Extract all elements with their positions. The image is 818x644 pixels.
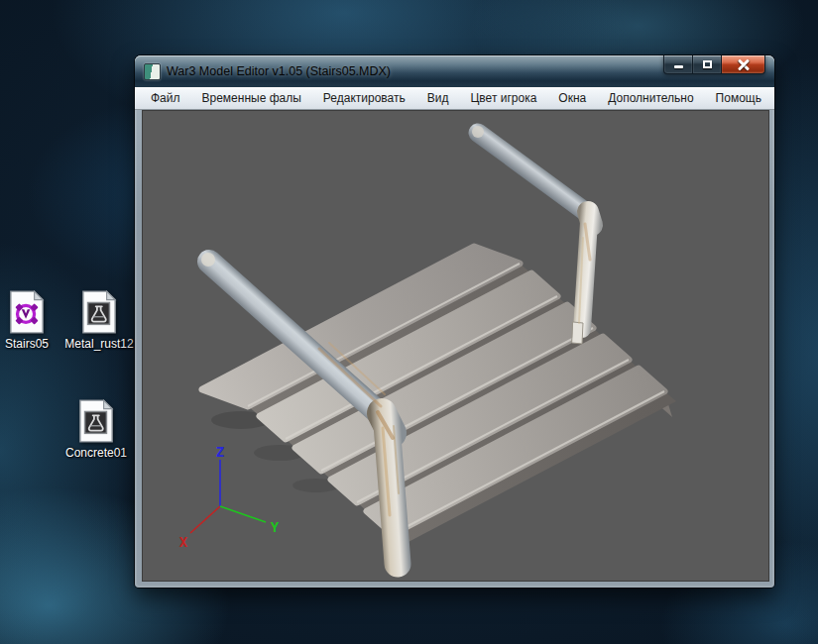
icon-label: Stairs05 — [5, 337, 49, 351]
axis-indicator: Z X Y — [179, 444, 280, 550]
desktop-icon-stairs05[interactable]: Stairs05 — [0, 290, 58, 351]
flask-icon — [88, 303, 110, 325]
war3-model-file-icon — [8, 290, 46, 334]
desktop: { "desktop": { "icons": [ { "label": "St… — [0, 0, 818, 644]
menu-windows[interactable]: Окна — [555, 89, 589, 107]
stairs-model — [202, 247, 676, 544]
texture-file-icon — [80, 290, 118, 334]
axis-z-label: Z — [216, 444, 224, 460]
desktop-icon-metal-rust12[interactable]: Metal_rust12 — [67, 290, 131, 351]
axis-y-label: Y — [271, 519, 280, 535]
menu-extras[interactable]: Дополнительно — [605, 89, 696, 107]
minimize-button[interactable] — [663, 55, 693, 74]
stairs-treads — [202, 247, 664, 534]
app-icon[interactable] — [144, 63, 161, 80]
texture-file-icon — [77, 399, 115, 443]
model-viewport[interactable]: Z X Y — [142, 110, 769, 582]
icon-label: Concrete01 — [65, 446, 127, 460]
maximize-icon — [703, 60, 712, 68]
flask-icon — [85, 412, 107, 434]
close-button[interactable] — [722, 55, 765, 74]
desktop-icon-concrete01[interactable]: Concrete01 — [64, 399, 128, 460]
menu-help[interactable]: Помощь — [713, 89, 764, 107]
axis-x-label: X — [179, 534, 188, 550]
window-controls — [663, 55, 765, 74]
minimize-icon — [674, 65, 683, 68]
menu-edit[interactable]: Редактировать — [320, 89, 409, 107]
menu-file[interactable]: Файл — [148, 89, 183, 107]
menu-player-color[interactable]: Цвет игрока — [467, 89, 539, 107]
icon-label: Metal_rust12 — [64, 337, 133, 351]
purple-emblem — [15, 303, 38, 324]
titlebar[interactable]: War3 Model Editor v1.05 (Stairs05.MDX) — [135, 55, 774, 87]
menu-view[interactable]: Вид — [424, 89, 452, 107]
menu-temp-files[interactable]: Временные фалы — [199, 89, 304, 107]
war3-model-editor-window: War3 Model Editor v1.05 (Stairs05.MDX) Ф… — [135, 55, 774, 588]
maximize-button[interactable] — [693, 55, 722, 74]
viewport-canvas: Z X Y — [142, 110, 769, 582]
window-title: War3 Model Editor v1.05 (Stairs05.MDX) — [167, 64, 391, 78]
menubar: Файл Временные фалы Редактировать Вид Цв… — [135, 87, 774, 110]
close-icon — [738, 58, 750, 70]
